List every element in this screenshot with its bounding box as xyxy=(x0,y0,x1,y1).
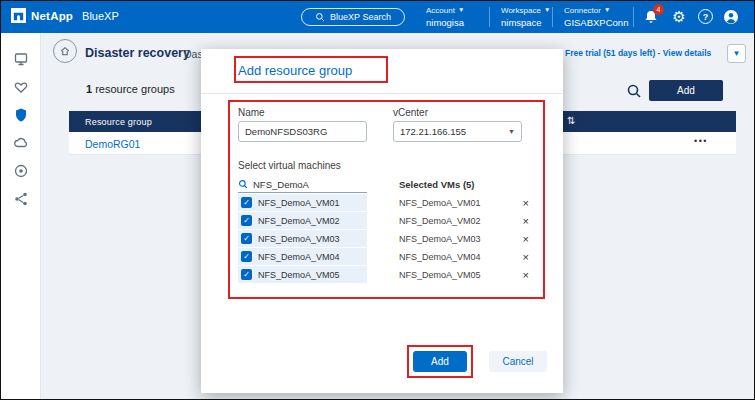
vm-list-item[interactable]: ✓ NFS_DemoA_VM04 xyxy=(238,248,367,265)
vm-label: NFS_DemoA_VM05 xyxy=(258,270,340,280)
sidebar-item-target-icon[interactable] xyxy=(11,161,31,181)
selected-vm-label: NFS_DemoA_VM05 xyxy=(399,270,481,280)
add-resource-group-button[interactable]: Add xyxy=(649,80,723,101)
vcenter-select[interactable]: 172.21.166.155 ▼ xyxy=(393,121,522,142)
left-sidebar xyxy=(1,33,41,399)
workspace-label: Workspace xyxy=(501,6,541,15)
selected-vm-label: NFS_DemoA_VM03 xyxy=(399,234,481,244)
name-label: Name xyxy=(238,107,265,118)
sidebar-item-health-icon[interactable] xyxy=(11,77,31,97)
resource-groups-count: 1 resource groups xyxy=(86,83,175,95)
modal-cancel-button[interactable]: Cancel xyxy=(489,351,547,372)
help-icon[interactable]: ? xyxy=(698,9,713,24)
selected-vm-row: NFS_DemoA_VM04 × xyxy=(399,248,532,265)
vm-search-value: NFS_DemoA xyxy=(253,179,309,190)
resource-group-link[interactable]: DemoRG01 xyxy=(85,138,140,150)
vm-list-item[interactable]: ✓ NFS_DemoA_VM01 xyxy=(238,194,367,211)
chevron-down-icon: ▼ xyxy=(458,7,464,14)
remove-vm-icon[interactable]: × xyxy=(520,233,532,245)
count-number: 1 xyxy=(86,83,92,95)
modal-title: Add resource group xyxy=(238,63,352,78)
selected-vm-label: NFS_DemoA_VM02 xyxy=(399,216,481,226)
vm-list-item[interactable]: ✓ NFS_DemoA_VM02 xyxy=(238,212,367,229)
vm-label: NFS_DemoA_VM01 xyxy=(258,198,340,208)
caret-down-icon: ▼ xyxy=(508,128,515,135)
divider xyxy=(633,7,634,27)
selected-vms-header: Selected VMs (5) xyxy=(399,179,475,190)
search-icon xyxy=(315,12,325,22)
vcenter-label: vCenter xyxy=(393,107,428,118)
vm-label: NFS_DemoA_VM04 xyxy=(258,252,340,262)
sidebar-item-protection-shield-icon[interactable] xyxy=(11,105,31,125)
checkbox-checked-icon[interactable]: ✓ xyxy=(241,233,252,244)
remove-vm-icon[interactable]: × xyxy=(520,251,532,263)
column-resource-group: Resource group xyxy=(85,117,152,127)
connector-label: Connector xyxy=(564,6,601,15)
vcenter-value: 172.21.166.155 xyxy=(400,126,466,137)
connector-value: GISABXPConn xyxy=(564,17,628,28)
vm-label: NFS_DemoA_VM03 xyxy=(258,234,340,244)
selected-vm-row: NFS_DemoA_VM02 × xyxy=(399,212,532,229)
name-input[interactable] xyxy=(238,121,367,142)
selected-vms-list: NFS_DemoA_VM01 × NFS_DemoA_VM02 × NFS_De… xyxy=(399,194,532,284)
connector-selector[interactable]: Connector▼ GISABXPConn xyxy=(564,6,628,28)
selected-vm-label: NFS_DemoA_VM01 xyxy=(399,198,481,208)
workspace-selector[interactable]: Workspace▼ nimspace xyxy=(501,6,550,28)
remove-vm-icon[interactable]: × xyxy=(520,215,532,227)
table-search-icon[interactable] xyxy=(626,83,642,99)
checkbox-checked-icon[interactable]: ✓ xyxy=(241,215,252,226)
bluexp-search[interactable]: BlueXP Search xyxy=(301,8,405,26)
workspace-value: nimspace xyxy=(501,17,550,28)
netapp-logo-icon xyxy=(11,8,26,23)
top-navbar: NetApp BlueXP BlueXP Search Account▼ nim… xyxy=(1,1,755,33)
selected-vm-row: NFS_DemoA_VM05 × xyxy=(399,266,532,283)
count-label: resource groups xyxy=(95,83,175,95)
chevron-down-icon: ▼ xyxy=(604,7,610,14)
vm-list-item[interactable]: ✓ NFS_DemoA_VM05 xyxy=(238,266,367,283)
sidebar-item-cloud-icon[interactable] xyxy=(11,133,31,153)
divider xyxy=(201,93,563,94)
account-label: Account xyxy=(426,6,455,15)
search-label: BlueXP Search xyxy=(330,12,391,22)
trial-dropdown-button[interactable]: ▼ xyxy=(727,44,746,63)
account-value: nimogisa xyxy=(426,17,464,28)
selected-vm-row: NFS_DemoA_VM01 × xyxy=(399,194,532,211)
brand-name: NetApp xyxy=(31,10,73,22)
user-avatar-icon[interactable] xyxy=(723,9,739,25)
account-selector[interactable]: Account▼ nimogisa xyxy=(426,6,464,28)
product-name: BlueXP xyxy=(82,10,119,22)
screen: NetApp BlueXP BlueXP Search Account▼ nim… xyxy=(0,0,755,400)
divider xyxy=(552,7,553,27)
sort-icon[interactable]: ⇅ xyxy=(567,115,575,126)
chevron-down-icon: ▼ xyxy=(544,7,550,14)
sidebar-item-console-icon[interactable] xyxy=(11,49,31,69)
caret-down-icon: ▼ xyxy=(733,49,741,58)
remove-vm-icon[interactable]: × xyxy=(520,197,532,209)
add-resource-group-modal: Add resource group Name vCenter 172.21.1… xyxy=(201,49,563,393)
vm-search-input[interactable]: NFS_DemoA xyxy=(238,176,367,193)
vm-label: NFS_DemoA_VM02 xyxy=(258,216,340,226)
notification-badge: 4 xyxy=(653,4,664,15)
free-trial-link[interactable]: Free trial (51 days left) - View details xyxy=(565,48,711,58)
remove-vm-icon[interactable]: × xyxy=(520,269,532,281)
brand: NetApp BlueXP xyxy=(11,8,119,23)
modal-add-button[interactable]: Add xyxy=(413,351,467,372)
vm-list: ✓ NFS_DemoA_VM01 ✓ NFS_DemoA_VM02 ✓ NFS_… xyxy=(238,194,367,284)
selected-vm-label: NFS_DemoA_VM04 xyxy=(399,252,481,262)
divider xyxy=(489,7,490,27)
checkbox-checked-icon[interactable]: ✓ xyxy=(241,197,252,208)
sidebar-item-share-icon[interactable] xyxy=(11,189,31,209)
select-vms-label: Select virtual machines xyxy=(238,160,341,171)
row-menu-icon[interactable]: ••• xyxy=(694,136,708,146)
checkbox-checked-icon[interactable]: ✓ xyxy=(241,269,252,280)
vm-list-item[interactable]: ✓ NFS_DemoA_VM03 xyxy=(238,230,367,247)
selected-vm-row: NFS_DemoA_VM03 × xyxy=(399,230,532,247)
gear-icon[interactable]: ⚙ xyxy=(671,9,687,25)
checkbox-checked-icon[interactable]: ✓ xyxy=(241,251,252,262)
page-title: Disaster recovery xyxy=(85,46,190,60)
search-icon xyxy=(238,179,248,189)
disaster-recovery-icon xyxy=(53,39,77,63)
